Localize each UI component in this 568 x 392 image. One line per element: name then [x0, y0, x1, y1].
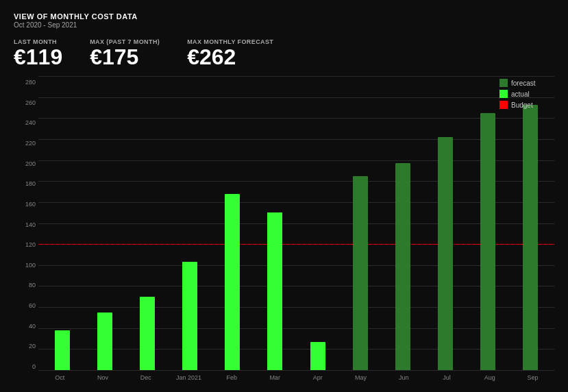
bar-actual: [55, 330, 70, 370]
stat-max-forecast: MAX MONTHLY FORECAST €262: [187, 38, 273, 69]
legend-label: actual: [511, 90, 530, 98]
legend-item: actual: [499, 90, 554, 98]
bar-forecast: [395, 163, 410, 370]
bar-group: [424, 76, 467, 370]
bar-actual: [97, 313, 112, 370]
y-axis-label: 200: [25, 160, 38, 167]
bar-actual: [140, 297, 155, 370]
legend-color-box: [499, 90, 508, 98]
bar-group: [211, 76, 254, 370]
y-axis-label: 220: [25, 140, 38, 147]
bar-group: [169, 76, 211, 370]
y-axis-label: 60: [29, 302, 38, 309]
legend-item: forecast: [499, 79, 554, 87]
bar-group: [41, 76, 84, 370]
y-axis-label: 100: [25, 262, 38, 269]
bar-forecast: [523, 105, 538, 370]
y-axis-label: 20: [29, 343, 38, 350]
y-axis-label: 80: [29, 282, 38, 289]
grid-line: [38, 370, 554, 371]
legend-label: forecast: [511, 79, 536, 87]
bar-group: [467, 76, 509, 370]
chart-legend: forecastactualBudget: [499, 79, 554, 109]
legend-label: Budget: [511, 101, 533, 109]
bar-forecast: [353, 176, 368, 370]
y-axis-label: 160: [25, 201, 38, 208]
bar-actual: [267, 212, 282, 370]
x-axis-label: Oct: [38, 374, 82, 381]
header-subtitle: Oct 2020 - Sep 2021: [14, 21, 554, 29]
x-axis-label: May: [339, 374, 382, 381]
chart-inner: OctNovDecJan 2021FebMarAprMayJunJulAugSe…: [38, 76, 554, 385]
bar-actual: [310, 342, 325, 370]
stats-row: LAST MONTH €119 MAX (PAST 7 MONTH) €175 …: [14, 38, 554, 69]
x-axis-label: Mar: [254, 374, 297, 381]
bar-group: [84, 76, 126, 370]
bar-forecast: [438, 137, 453, 370]
bar-group: [382, 76, 424, 370]
bar-actual: [225, 194, 240, 370]
x-axis-label: Sep: [511, 374, 554, 381]
stat-last-month-value: €119: [14, 45, 62, 69]
y-axis-label: 240: [25, 119, 38, 126]
bar-group: [126, 76, 169, 370]
bar-group: [296, 76, 338, 370]
y-axis-label: 260: [25, 99, 38, 106]
grid-and-bars: [38, 76, 554, 370]
x-axis-label: Jun: [382, 374, 425, 381]
bar-group: [509, 76, 552, 370]
bar-forecast: [480, 113, 495, 370]
x-axis-label: Dec: [125, 374, 168, 381]
y-axis-label: 0: [32, 363, 38, 370]
header-title: VIEW OF MONTHLY COST DATA: [14, 12, 554, 21]
y-axis-label: 40: [29, 323, 38, 330]
y-axis-label: 180: [25, 180, 38, 187]
x-axis-label: Feb: [210, 374, 254, 381]
x-axis: OctNovDecJan 2021FebMarAprMayJunJulAugSe…: [38, 370, 554, 385]
y-axis-label: 280: [25, 79, 38, 86]
main-container: VIEW OF MONTHLY COST DATA Oct 2020 - Sep…: [0, 0, 568, 392]
x-axis-label: Apr: [297, 374, 340, 381]
x-axis-label: Jul: [425, 374, 469, 381]
bar-actual: [182, 262, 197, 370]
y-axis-label: 120: [25, 241, 38, 248]
x-axis-label: Nov: [82, 374, 125, 381]
bar-group: [339, 76, 382, 370]
bars-row: [38, 76, 554, 370]
stat-last-month: LAST MONTH €119: [14, 38, 62, 69]
stat-max-past: MAX (PAST 7 MONTH) €175: [90, 38, 160, 69]
y-axis: 280260240220200180160140120100806040200: [14, 76, 38, 385]
legend-color-box: [499, 101, 508, 109]
x-axis-label: Jan 2021: [167, 374, 210, 381]
stat-max-forecast-value: €262: [187, 45, 273, 69]
chart-area: 280260240220200180160140120100806040200 …: [14, 76, 554, 385]
y-axis-label: 140: [25, 221, 38, 228]
legend-color-box: [499, 79, 508, 87]
bar-group: [254, 76, 296, 370]
legend-item: Budget: [499, 101, 554, 109]
stat-max-past-value: €175: [90, 45, 160, 69]
x-axis-label: Aug: [469, 374, 512, 381]
